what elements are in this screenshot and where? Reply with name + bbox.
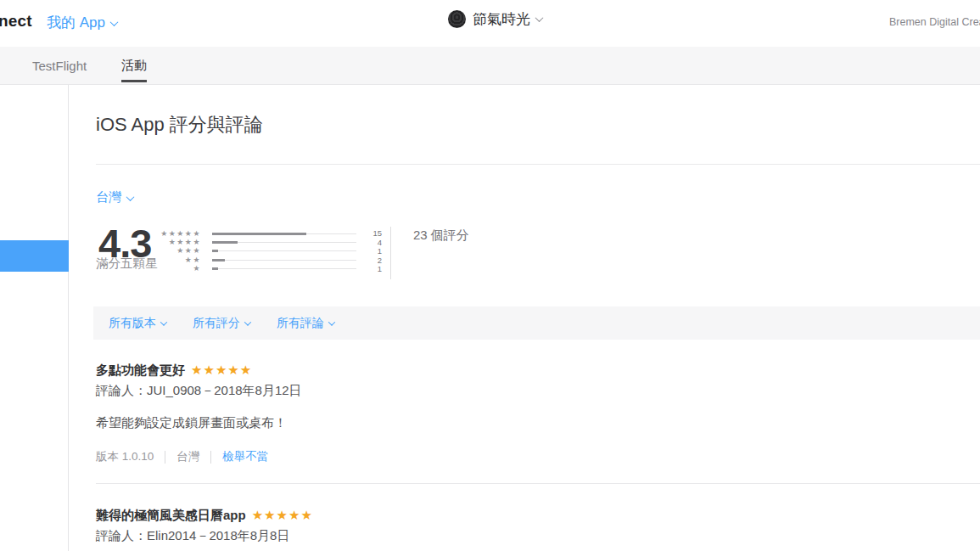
chevron-down-icon xyxy=(535,14,544,22)
review-title: 多點功能會更好 xyxy=(96,363,185,377)
review-reviewer-line: 評論人：Elin2014－2018年8月8日 xyxy=(96,528,963,544)
review-stars: ★★★★★ xyxy=(252,508,313,522)
review-stars: ★★★★★ xyxy=(191,363,252,377)
review-title-row: 多點功能會更好★★★★★ xyxy=(96,363,963,379)
star-label: ★★ xyxy=(157,256,201,264)
territory-filter[interactable]: 台灣 xyxy=(96,189,133,205)
histogram-count: 15 xyxy=(367,229,382,238)
review-item: 多點功能會更好★★★★★ 評論人：JUI_0908－2018年8月12日 希望能… xyxy=(96,363,963,464)
histogram-row-5star: ★★★★★ 15 xyxy=(157,229,382,238)
star-label: ★★★ xyxy=(157,247,201,255)
review-body: 希望能夠設定成鎖屏畫面或桌布！ xyxy=(96,415,963,431)
histogram-row-1star: ★ 1 xyxy=(157,265,382,273)
histogram-bar xyxy=(212,233,356,234)
my-apps-menu[interactable]: 我的 App xyxy=(47,13,117,32)
rating-histogram: ★★★★★ 15 ★★★★ 4 ★★★ 1 ★★ 2 ★ 1 xyxy=(157,229,382,273)
chevron-down-icon xyxy=(160,318,167,325)
tab-testflight[interactable]: TestFlight xyxy=(32,47,87,84)
histogram-bar xyxy=(212,250,356,251)
histogram-bar xyxy=(212,242,356,243)
filter-all-versions[interactable]: 所有版本 xyxy=(109,316,166,331)
review-item: 難得的極簡風美感日曆app★★★★★ 評論人：Elin2014－2018年8月8… xyxy=(96,508,963,544)
app-store-connect-logo: nect xyxy=(0,12,32,31)
histogram-row-3star: ★★★ 1 xyxy=(157,247,382,256)
histogram-bar xyxy=(212,260,356,261)
histogram-bar xyxy=(212,268,356,269)
total-ratings: 23 個評分 xyxy=(413,228,469,244)
summary-vertical-divider xyxy=(390,227,391,279)
review-divider xyxy=(96,483,980,484)
chevron-down-icon xyxy=(328,318,335,325)
review-version: 版本 1.0.10 xyxy=(96,449,154,464)
review-reviewer-line: 評論人：JUI_0908－2018年8月12日 xyxy=(96,383,963,399)
review-filter-bar: 所有版本 所有評分 所有評論 xyxy=(93,306,980,340)
filter-all-reviews[interactable]: 所有評論 xyxy=(277,316,334,331)
tab-activity[interactable]: 活動 xyxy=(121,47,147,84)
app-name: 節氣時光 xyxy=(473,9,530,29)
histogram-count: 2 xyxy=(367,256,382,265)
star-label: ★★★★ xyxy=(157,239,201,246)
app-icon xyxy=(447,10,466,29)
review-footer: 版本 1.0.10 台灣 檢舉不當 xyxy=(96,449,963,464)
histogram-row-2star: ★★ 2 xyxy=(157,256,382,264)
review-territory: 台灣 xyxy=(176,449,199,464)
page-title: iOS App 評分與評論 xyxy=(96,112,263,138)
main-content: iOS App 評分與評論 台灣 4.3 滿分五顆星 ★★★★★ 15 ★★★★… xyxy=(69,85,980,551)
histogram-count: 1 xyxy=(367,247,382,256)
sidebar xyxy=(0,85,69,551)
histogram-count: 1 xyxy=(367,265,382,273)
footer-divider xyxy=(165,451,165,464)
team-name: Bremen Digital Crea xyxy=(889,16,980,28)
report-concern-link[interactable]: 檢舉不當 xyxy=(222,449,268,464)
top-header: nect 我的 App 節氣時光 Bremen Digital Crea xyxy=(0,0,980,47)
filter-all-ratings[interactable]: 所有評分 xyxy=(193,316,250,331)
histogram-count: 4 xyxy=(367,239,382,247)
chevron-down-icon xyxy=(244,318,251,325)
title-divider xyxy=(96,164,980,165)
chevron-down-icon xyxy=(110,18,119,26)
star-label: ★★★★★ xyxy=(157,230,201,238)
review-title: 難得的極簡風美感日曆app xyxy=(96,508,246,522)
average-rating-caption: 滿分五顆星 xyxy=(96,256,158,272)
review-title-row: 難得的極簡風美感日曆app★★★★★ xyxy=(96,508,963,524)
histogram-row-4star: ★★★★ 4 xyxy=(157,238,382,246)
app-switcher-menu[interactable]: 節氣時光 xyxy=(447,9,542,29)
footer-divider xyxy=(210,451,211,464)
star-label: ★ xyxy=(157,265,201,273)
tab-bar: TestFlight 活動 xyxy=(0,47,980,85)
my-apps-label: 我的 App xyxy=(47,14,105,31)
sidebar-item-ratings-reviews-selected[interactable] xyxy=(0,240,69,272)
chevron-down-icon xyxy=(126,193,135,201)
active-tab-underline xyxy=(121,80,147,82)
